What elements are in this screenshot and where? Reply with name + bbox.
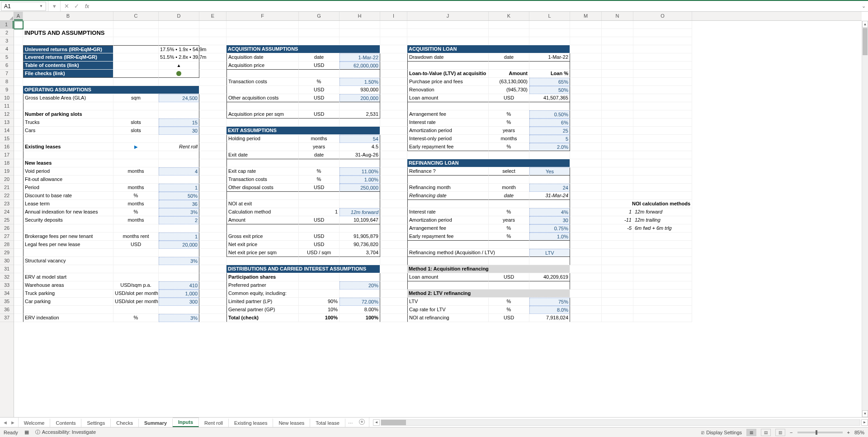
cell[interactable]: months (489, 135, 529, 143)
cell[interactable]: Interest rate (407, 119, 489, 127)
cell[interactable] (340, 29, 380, 37)
cell[interactable]: 24 (529, 184, 570, 192)
row-header-29[interactable]: 29 (0, 249, 14, 257)
row-header-21[interactable]: 21 (0, 184, 14, 192)
cell[interactable] (489, 102, 529, 110)
row-header-1[interactable]: 1 (0, 21, 14, 29)
hscroll-left-icon[interactable]: ◄ (373, 419, 380, 426)
cell[interactable] (633, 184, 692, 192)
cell[interactable]: years (299, 143, 340, 151)
cell[interactable] (340, 192, 380, 200)
cell[interactable] (633, 257, 692, 265)
sheet-tab-total-lease[interactable]: Total lease (310, 418, 345, 427)
row-header-27[interactable]: 27 (0, 233, 14, 241)
cell[interactable]: Drawdown date (407, 53, 489, 62)
cell[interactable]: 0.75% (529, 224, 570, 233)
cell[interactable] (199, 257, 226, 265)
cell[interactable]: Arrangement fee (407, 224, 489, 233)
cell[interactable]: Common equity, including: (226, 290, 299, 298)
cell[interactable] (340, 37, 380, 45)
cell[interactable] (380, 241, 407, 249)
cell[interactable]: years (489, 216, 529, 224)
row-header-32[interactable]: 32 (0, 273, 14, 281)
cell[interactable] (299, 257, 340, 265)
row-header-28[interactable]: 28 (0, 241, 14, 249)
sheet-tab-new-leases[interactable]: New leases (273, 418, 310, 427)
cell[interactable] (299, 70, 340, 78)
cell[interactable] (570, 29, 602, 37)
name-box[interactable]: A1 ▼ (1, 2, 46, 11)
cell[interactable] (570, 151, 602, 159)
sheet-nav-prev-icon[interactable]: ◄ (3, 420, 8, 425)
cell[interactable] (14, 127, 23, 135)
cell[interactable] (14, 273, 23, 281)
cell[interactable] (23, 151, 113, 159)
column-header-D[interactable]: D (159, 12, 199, 20)
cell[interactable] (570, 70, 602, 78)
cell[interactable]: Refinancing method (Acquisition / LTV) (407, 249, 489, 257)
cell[interactable] (602, 86, 633, 94)
column-header-C[interactable]: C (113, 12, 159, 20)
cell[interactable] (380, 143, 407, 151)
column-header-O[interactable]: O (633, 12, 692, 20)
cell[interactable]: Net exit price per sqm (226, 249, 299, 257)
cell[interactable] (113, 265, 159, 273)
cell[interactable] (199, 233, 226, 241)
cell[interactable] (199, 184, 226, 192)
cell[interactable] (113, 273, 159, 281)
cell[interactable] (633, 298, 692, 306)
cell[interactable]: 62,000,000 (340, 62, 380, 70)
cell[interactable] (199, 135, 226, 143)
cell[interactable]: USD (299, 94, 340, 102)
cell[interactable] (602, 273, 633, 281)
row-header-26[interactable]: 26 (0, 224, 14, 233)
cell[interactable] (14, 53, 23, 62)
cell[interactable] (633, 167, 692, 176)
cell[interactable]: Refinancing date (407, 192, 489, 200)
cell[interactable] (23, 249, 113, 257)
cell[interactable]: 7,918,024 (529, 314, 570, 322)
cell[interactable] (602, 281, 633, 290)
cell[interactable]: 6m fwd + 6m trlg (633, 224, 692, 233)
cell[interactable] (14, 167, 23, 176)
cell[interactable] (199, 249, 226, 257)
cell[interactable]: USD (489, 94, 529, 102)
cell[interactable] (407, 200, 489, 208)
cell[interactable] (340, 257, 380, 265)
cell[interactable]: -5 (602, 224, 633, 233)
scroll-up-icon[interactable]: ▲ (862, 21, 868, 28)
cell[interactable] (633, 265, 692, 273)
row-header-3[interactable]: 3 (0, 37, 14, 45)
cell[interactable] (602, 298, 633, 306)
cell[interactable] (633, 102, 692, 110)
cell[interactable]: 65% (529, 78, 570, 86)
cell[interactable] (299, 224, 340, 233)
cell[interactable]: Method 2: LTV refinancing (407, 290, 570, 298)
cell[interactable] (113, 176, 159, 184)
cell[interactable] (380, 29, 407, 37)
cell[interactable]: ACQUISITION ASSUMPTIONS (226, 45, 380, 53)
row-header-19[interactable]: 19 (0, 167, 14, 176)
cell[interactable] (380, 208, 407, 216)
cell[interactable] (633, 290, 692, 298)
cell[interactable]: Acquisition date (226, 53, 299, 62)
row-header-17[interactable]: 17 (0, 151, 14, 159)
column-header-L[interactable]: L (529, 12, 570, 20)
sheet-tab-welcome[interactable]: Welcome (19, 418, 51, 427)
cell[interactable] (299, 37, 340, 45)
cell[interactable]: Brokerage fees per new tenant (23, 233, 113, 241)
cell[interactable] (529, 21, 570, 29)
cell[interactable] (602, 192, 633, 200)
cell[interactable]: 2.0% (529, 143, 570, 151)
cell[interactable] (407, 29, 489, 37)
cell[interactable] (602, 94, 633, 102)
cell[interactable] (199, 37, 226, 45)
cell[interactable]: Gross exit price (226, 233, 299, 241)
checks-status-icon[interactable] (159, 70, 199, 78)
cell[interactable]: 41,507,365 (529, 94, 570, 102)
cell[interactable] (14, 257, 23, 265)
cell[interactable]: Other disposal costs (226, 184, 299, 192)
zoom-in-button[interactable]: + (847, 430, 850, 435)
cell[interactable] (159, 21, 199, 29)
cell[interactable]: 2,531 (340, 110, 380, 119)
